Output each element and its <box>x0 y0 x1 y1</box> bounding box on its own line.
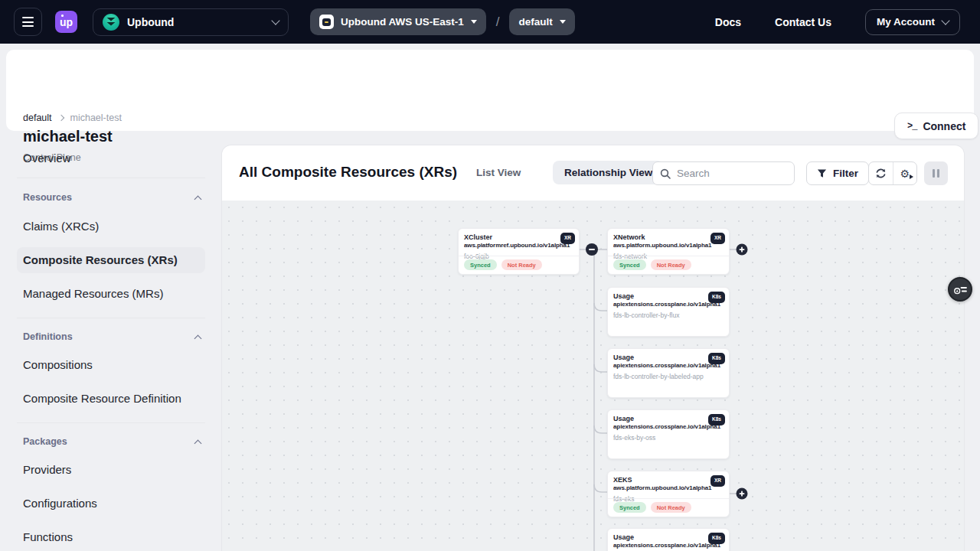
control-plane-icon <box>319 15 334 29</box>
org-selector[interactable]: Upbound <box>93 8 289 36</box>
graph-node-xeks[interactable]: XEKS aws.platform.upbound.io/v1alpha1 fd… <box>607 471 730 517</box>
sidebar-section-resources[interactable]: Resources <box>23 190 201 205</box>
divider <box>17 178 205 178</box>
collapse-connector-icon[interactable] <box>586 243 598 256</box>
node-kind-badge: XR <box>710 475 725 487</box>
contact-us-link[interactable]: Contact Us <box>775 16 831 28</box>
graph-node-usage-flux[interactable]: Usage apiextensions.crossplane.io/v1alph… <box>607 287 730 337</box>
node-api-version: aws.platform.upbound.io/v1alpha1 <box>613 242 724 249</box>
connect-button[interactable]: >_ Connect <box>894 112 978 139</box>
gear-play-icon: ⚙ <box>900 168 910 179</box>
node-name: fds-lb-controller-by-flux <box>613 311 724 319</box>
expand-connector-icon[interactable] <box>737 244 748 256</box>
chevron-up-icon <box>194 195 202 203</box>
node-title: Usage <box>613 292 724 301</box>
node-title: XEKS <box>613 476 724 484</box>
caret-down-icon <box>560 20 566 24</box>
breadcrumb: default michael-test <box>23 112 122 123</box>
expand-connector-icon[interactable] <box>737 488 748 500</box>
search-icon <box>660 168 671 179</box>
sidebar-item-functions[interactable]: Functions <box>17 524 205 550</box>
node-kind-badge: K8s <box>708 533 725 544</box>
status-badge-not-ready: Not Ready <box>651 502 691 513</box>
breadcrumb-parent[interactable]: default <box>23 112 52 123</box>
pause-icon <box>933 169 935 178</box>
node-status-row: Synced Not Ready <box>608 498 729 517</box>
legend-toggle-button[interactable] <box>948 277 972 302</box>
node-api-version: aws.platformref.upbound.io/v1alpha1 <box>464 242 573 249</box>
hamburger-icon <box>22 17 34 18</box>
sidebar-item-providers[interactable]: Providers <box>17 457 205 483</box>
node-status-row: Synced Not Ready <box>608 256 729 274</box>
node-kind-badge: K8s <box>708 292 725 303</box>
control-plane-selector-label: Upbound AWS US-East-1 <box>341 16 464 28</box>
run-operations-button[interactable]: ⚙ <box>893 162 917 184</box>
node-kind-badge: XR <box>560 233 575 244</box>
divider <box>17 318 205 318</box>
sidebar-section-packages[interactable]: Packages <box>23 434 201 449</box>
my-account-label: My Account <box>877 16 935 28</box>
sidebar-item-composite-resources[interactable]: Composite Resources (XRs) <box>17 247 205 273</box>
status-badge-synced: Synced <box>613 259 646 270</box>
graph-action-group: ⚙ <box>868 161 917 185</box>
sidebar-item-claims[interactable]: Claims (XRCs) <box>17 214 205 240</box>
group-selector[interactable]: default <box>509 8 574 35</box>
graph-node-xnetwork[interactable]: XNetwork aws.platform.upbound.io/v1alpha… <box>607 228 730 275</box>
sidebar-item-configurations[interactable]: Configurations <box>17 491 205 517</box>
breadcrumb-chevron-icon <box>57 115 64 121</box>
sidebar-item-managed-resources[interactable]: Managed Resources (MRs) <box>17 281 205 307</box>
graph-node-usage-labeled-app[interactable]: Usage apiextensions.crossplane.io/v1alph… <box>607 348 730 398</box>
my-account-menu[interactable]: My Account <box>865 9 960 35</box>
docs-link[interactable]: Docs <box>715 16 741 28</box>
caret-down-icon <box>471 20 477 24</box>
sidebar-section-definitions[interactable]: Definitions <box>23 329 201 344</box>
relationship-view-tab[interactable]: Relationship View <box>553 161 664 184</box>
relationship-canvas[interactable]: XCluster aws.platformref.upbound.io/v1al… <box>222 201 964 551</box>
graph-node-usage-eks-by-oss[interactable]: Usage apiextensions.crossplane.io/v1alph… <box>607 409 730 459</box>
node-title: Usage <box>613 415 724 423</box>
graph-node-xcluster[interactable]: XCluster aws.platformref.upbound.io/v1al… <box>458 228 580 275</box>
chevron-down-icon <box>271 16 279 24</box>
node-api-version: apiextensions.crossplane.io/v1alpha1 <box>613 423 724 431</box>
menu-button[interactable] <box>14 8 42 36</box>
divider <box>17 422 205 423</box>
chevron-up-icon <box>194 334 202 342</box>
filter-button-label: Filter <box>833 168 858 179</box>
funnel-icon <box>817 168 827 178</box>
status-badge-synced: Synced <box>613 502 646 513</box>
panel-title: All Composite Resources (XRs) <box>239 164 457 181</box>
group-selector-label: default <box>518 16 552 28</box>
node-kind-badge: XR <box>710 233 725 244</box>
node-api-version: apiextensions.crossplane.io/v1alpha1 <box>613 301 724 308</box>
status-badge-not-ready: Not Ready <box>501 259 542 270</box>
node-title: Usage <box>613 533 724 542</box>
path-separator: / <box>496 15 500 30</box>
sidebar-item-xrd[interactable]: Composite Resource Definition <box>17 386 205 412</box>
node-name: fds-lb-controller-by-labeled-app <box>613 373 724 380</box>
graph-node-usage-bottom[interactable]: Usage apiextensions.crossplane.io/v1alph… <box>607 528 730 551</box>
filter-button[interactable]: Filter <box>806 161 869 185</box>
status-badge-not-ready: Not Ready <box>651 259 691 270</box>
refresh-icon <box>875 168 887 179</box>
node-title: XCluster <box>464 233 573 242</box>
list-view-tab[interactable]: List View <box>476 167 521 178</box>
top-navbar: up Upbound Upbound AWS US-East-1 / defau… <box>0 0 980 44</box>
sidebar-item-overview[interactable]: Overview <box>17 145 205 171</box>
node-api-version: apiextensions.crossplane.io/v1alpha1 <box>613 542 724 549</box>
node-api-version: aws.platform.upbound.io/v1alpha1 <box>613 484 724 492</box>
sidebar: Overview Resources Claims (XRCs) Composi… <box>0 131 222 551</box>
upbound-logo[interactable]: up <box>55 11 77 33</box>
main-panel: All Composite Resources (XRs) List View … <box>222 145 964 551</box>
sidebar-item-compositions[interactable]: Compositions <box>17 352 205 378</box>
search-input[interactable] <box>677 168 784 179</box>
chevron-down-icon <box>941 16 949 24</box>
refresh-button[interactable] <box>869 162 893 184</box>
node-title: Usage <box>613 354 724 362</box>
terminal-prompt-icon: >_ <box>907 121 916 132</box>
chevron-up-icon <box>194 439 202 447</box>
org-avatar-icon <box>103 14 119 31</box>
navbar-links: Docs Contact Us My Account <box>715 9 980 35</box>
pause-button[interactable] <box>924 161 948 185</box>
control-plane-selector[interactable]: Upbound AWS US-East-1 <box>310 8 486 35</box>
page-header: default michael-test michael-test Contro… <box>6 50 974 131</box>
